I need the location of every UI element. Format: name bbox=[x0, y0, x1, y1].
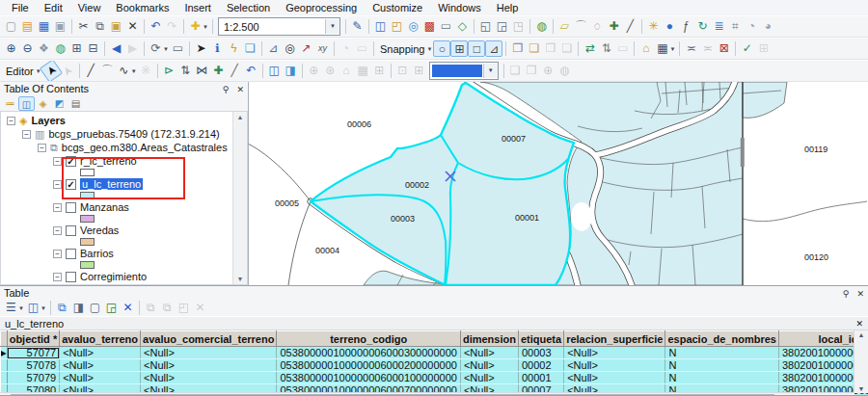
row-selector[interactable]: ▶ bbox=[1, 347, 8, 359]
adjust-c-icon[interactable]: ❐ bbox=[542, 40, 558, 57]
home-folder-icon[interactable]: ⌂ bbox=[637, 40, 654, 57]
cell[interactable]: 57077 bbox=[7, 347, 60, 359]
cogo-c-icon[interactable]: ⌂ bbox=[339, 63, 355, 79]
insert-row-icon[interactable]: ◰ bbox=[176, 300, 192, 316]
grid-scroll-up-icon[interactable]: ▲ bbox=[858, 331, 865, 338]
time-slider-icon[interactable]: ◔ bbox=[338, 40, 354, 57]
clear-selection-icon[interactable]: ▢ bbox=[87, 300, 103, 316]
link-table-icon[interactable]: ⇅ bbox=[598, 40, 614, 57]
new-map-icon[interactable]: ▢ bbox=[3, 18, 19, 35]
vertex-tool-icon[interactable]: ✚ bbox=[606, 18, 622, 35]
scroll-down-icon[interactable]: ▼ bbox=[237, 276, 244, 282]
expander-icon[interactable]: − bbox=[7, 117, 15, 125]
row-selector[interactable] bbox=[1, 372, 8, 384]
cut-icon[interactable]: ✂ bbox=[75, 18, 92, 35]
cell[interactable]: 00001 bbox=[518, 372, 563, 384]
layer-symbol-swatch[interactable] bbox=[80, 261, 95, 269]
open-map-icon[interactable]: ▤ bbox=[19, 18, 36, 35]
snap-edge-icon[interactable]: ⊿ bbox=[485, 40, 502, 57]
go-to-xy-icon[interactable]: xy bbox=[314, 40, 331, 57]
toc-item-corregimiento[interactable]: −Corregimiento bbox=[1, 270, 247, 283]
layer-symbol-swatch[interactable] bbox=[80, 238, 95, 246]
column-header-objectid[interactable]: objectid * bbox=[7, 331, 60, 347]
cell[interactable]: 00003 bbox=[518, 347, 563, 359]
more-tools-icon[interactable]: ⊞ bbox=[755, 40, 772, 57]
spin-tool-icon[interactable]: ↻ bbox=[694, 18, 711, 35]
arc-segment-tool-icon[interactable]: ⌒ bbox=[99, 63, 116, 79]
sparkle-tool-icon[interactable]: ✳ bbox=[645, 18, 662, 35]
row-selector-header[interactable] bbox=[1, 331, 8, 347]
move-feature-icon[interactable]: ✚ bbox=[210, 63, 227, 79]
zoom-in-icon[interactable]: ⊕ bbox=[3, 40, 19, 57]
cell[interactable]: <Null> bbox=[460, 372, 518, 384]
table-row[interactable]: 57078<Null><Null>05380000010000000600020… bbox=[1, 359, 868, 372]
toc-item-u-lc-terreno[interactable]: −✓u_lc_terreno bbox=[1, 177, 247, 191]
reshape-feature-icon[interactable]: ⇅ bbox=[177, 63, 194, 79]
toc-item-manzanas[interactable]: −Manzanas bbox=[1, 200, 247, 214]
delete-row-icon[interactable]: ✕ bbox=[192, 300, 208, 316]
add-data-icon[interactable]: ✚ bbox=[187, 18, 203, 35]
column-header-terreno-codigo[interactable]: terreno_codigo bbox=[277, 331, 461, 347]
layer-visibility-checkbox[interactable] bbox=[66, 272, 76, 282]
cell[interactable]: <Null> bbox=[564, 359, 665, 372]
save-icon[interactable]: ▦ bbox=[36, 18, 52, 35]
modelbuilder-icon[interactable]: ◇ bbox=[454, 18, 471, 35]
expander-icon[interactable]: − bbox=[53, 180, 62, 189]
cell[interactable]: 57078 bbox=[7, 359, 60, 372]
rematch-icon[interactable]: ⇄ bbox=[582, 40, 598, 57]
list-by-selection-icon[interactable]: ◩ bbox=[51, 96, 68, 111]
layer-visibility-checkbox[interactable]: ✓ bbox=[66, 156, 76, 167]
snapping-menu-dropdown-icon[interactable]: ▼ bbox=[426, 46, 432, 52]
feature-cache-icon-dropdown[interactable]: ▼ bbox=[669, 46, 675, 52]
cell[interactable]: <Null> bbox=[60, 372, 141, 384]
topology-a-icon[interactable]: ≍ bbox=[683, 40, 699, 57]
layer-visibility-checkbox[interactable]: ✓ bbox=[66, 179, 76, 190]
cell[interactable]: <Null> bbox=[564, 347, 665, 359]
paste-icon[interactable]: ▣ bbox=[108, 18, 124, 35]
template-combo-arrow-icon[interactable]: ▼ bbox=[483, 64, 498, 78]
construct-c-icon[interactable]: ⊕ bbox=[540, 63, 556, 79]
editor-menu[interactable]: Editor bbox=[3, 66, 37, 77]
table-options-icon[interactable]: ☰ bbox=[3, 300, 19, 316]
table-tab-close-icon[interactable]: ✕ bbox=[855, 319, 863, 329]
topology-error-icon[interactable]: ⊠ bbox=[716, 40, 732, 57]
layer-symbol-swatch[interactable] bbox=[80, 192, 95, 199]
layer-label[interactable]: bcgs_geo.m380.Areas_Catastrales bbox=[62, 142, 228, 153]
column-header-avaluo-comercial-terreno[interactable]: avaluo_comercial_terreno bbox=[141, 331, 277, 347]
arcglobe-icon[interactable]: ◍ bbox=[533, 18, 550, 35]
zoom-out-icon[interactable]: ⊖ bbox=[19, 40, 36, 57]
layer-label[interactable]: bcgs_pruebas.75409 (172.31.9.214) bbox=[48, 128, 219, 140]
cell[interactable]: 053800000100000006000100000000 bbox=[277, 372, 461, 384]
expander-icon[interactable]: − bbox=[38, 144, 46, 152]
highlight-selected-icon[interactable]: ⧉ bbox=[54, 300, 70, 316]
fixed-zoom-out-icon[interactable]: ⊟ bbox=[85, 40, 101, 57]
layer-label[interactable]: Layers bbox=[31, 115, 65, 126]
cell[interactable]: 57079 bbox=[7, 372, 60, 384]
toc-item-bcgs-pruebas-75409-172-31-9-214-[interactable]: −▥bcgs_pruebas.75409 (172.31.9.214) bbox=[1, 127, 247, 141]
menu-view[interactable]: View bbox=[70, 1, 109, 14]
cell[interactable]: <Null> bbox=[141, 372, 277, 384]
menu-windows[interactable]: Windows bbox=[430, 1, 489, 14]
cell[interactable]: N bbox=[665, 359, 779, 372]
menu-insert[interactable]: Insert bbox=[176, 1, 219, 14]
expander-icon[interactable]: − bbox=[53, 203, 62, 212]
switch-selection-icon[interactable]: ◨ bbox=[70, 300, 87, 316]
column-header-relacion-superficie[interactable]: relacion_superficie bbox=[564, 331, 665, 347]
layer-visibility-checkbox[interactable] bbox=[66, 249, 76, 259]
construct-d-icon[interactable]: ◍ bbox=[556, 63, 573, 79]
layer-symbol-swatch[interactable] bbox=[80, 169, 95, 176]
editor-toolbar-toggle-icon[interactable]: ✎ bbox=[349, 18, 366, 35]
adjust-a-icon[interactable]: ❐ bbox=[509, 40, 526, 57]
expander-icon[interactable]: − bbox=[53, 226, 62, 235]
snap-point-icon[interactable]: ○ bbox=[433, 40, 450, 57]
undo-icon[interactable]: ↶ bbox=[148, 18, 164, 35]
list-by-source-icon[interactable]: ◫ bbox=[18, 96, 35, 111]
menu-edit[interactable]: Edit bbox=[37, 1, 70, 14]
time-b-icon[interactable]: ◕ bbox=[760, 18, 776, 35]
cell[interactable]: <Null> bbox=[564, 372, 665, 384]
grid-scroll-down-icon[interactable]: ▼ bbox=[858, 385, 865, 392]
grid-tool-icon[interactable]: ⌗ bbox=[727, 18, 744, 35]
endpoint-arc-icon[interactable]: ◌ bbox=[589, 18, 606, 35]
cogo-b-icon[interactable]: ⊛ bbox=[322, 63, 339, 79]
hyperlink-icon[interactable]: ϟ bbox=[226, 40, 242, 57]
